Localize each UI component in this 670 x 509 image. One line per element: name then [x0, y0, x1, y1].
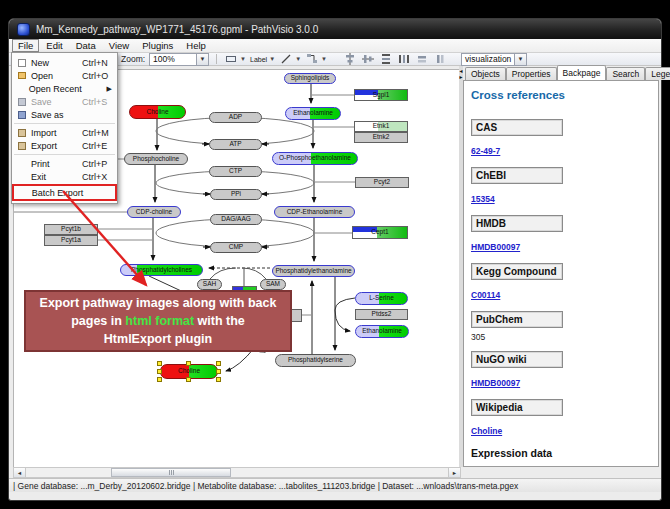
callout-highlight: html format — [125, 314, 194, 328]
file-menu-item-exit[interactable]: ExitCtrl+X — [12, 170, 117, 183]
pathvisio-window: Mm_Kennedy_pathway_WP1771_45176.gpml - P… — [8, 18, 662, 501]
chevron-down-icon[interactable]: ▼ — [514, 54, 526, 65]
canvas-horizontal-scrollbar[interactable]: ◄ ► — [13, 467, 461, 478]
node-atp[interactable]: ATP — [209, 139, 262, 150]
backpage-panel: Cross references CAS62-49-7ChEBI15354HMD… — [463, 80, 659, 467]
node-phosphatidylethanolamine[interactable]: Phosphatidylethanolamine — [272, 265, 355, 277]
menu-view[interactable]: View — [103, 39, 135, 52]
node-phosphatidylserine[interactable]: Phosphatidylserine — [275, 354, 356, 367]
chevron-down-icon[interactable]: ▼ — [321, 56, 327, 62]
file-menu-item-save[interactable]: SaveCtrl+S — [12, 95, 117, 108]
file-menu-item-import[interactable]: ImportCtrl+M — [12, 126, 117, 139]
menu-file[interactable]: File — [12, 39, 39, 52]
align-vertical-center-icon[interactable] — [343, 53, 357, 65]
crossref-link[interactable]: 62-49-7 — [471, 146, 500, 156]
connector-shape-tool[interactable] — [305, 53, 319, 65]
node-dag-aag[interactable]: DAG/AAG — [210, 214, 262, 225]
side-panel: ObjectsPropertiesBackpageSearchLegend Cr… — [463, 66, 659, 467]
menu-help[interactable]: Help — [180, 39, 212, 52]
menu-edit[interactable]: Edit — [40, 39, 68, 52]
file-menu-item-batch-export[interactable]: Batch Export — [14, 186, 115, 199]
crossref-link[interactable]: HMDB00097 — [471, 242, 520, 252]
file-menu-item-open-recent[interactable]: Open Recent▶ — [12, 82, 117, 95]
node-pcyt1b[interactable]: Pcyt1b — [44, 224, 98, 235]
node-cmp[interactable]: CMP — [210, 242, 262, 253]
stack-horizontal-icon[interactable] — [433, 53, 447, 65]
crossref-section-nugo-wiki: NuGO wikiHMDB00097 — [471, 351, 658, 390]
distribute-horizontal-icon[interactable] — [397, 53, 411, 65]
tab-backpage[interactable]: Backpage — [557, 65, 607, 80]
window-titlebar[interactable]: Mm_Kennedy_pathway_WP1771_45176.gpml - P… — [9, 19, 661, 39]
tab-properties[interactable]: Properties — [506, 67, 557, 80]
node-cdp-ethanolamine[interactable]: CDP-Ethanolamine — [274, 206, 355, 218]
node-etnk1[interactable]: Etnk1 — [354, 121, 408, 132]
splitter-collapse-icon[interactable]: ◄► — [458, 68, 464, 82]
selection-handle[interactable] — [186, 361, 191, 366]
tab-search[interactable]: Search — [606, 67, 645, 80]
file-menu-item-print[interactable]: PrintCtrl+P — [12, 157, 117, 170]
node-sgpl1[interactable]: Sgpl1 — [354, 89, 408, 101]
node-choline[interactable]: Choline — [129, 105, 186, 119]
node-etnk2[interactable]: Etnk2 — [354, 132, 408, 143]
selection-handle[interactable] — [216, 369, 221, 374]
node-cdp-choline[interactable]: CDP-choline — [127, 206, 181, 218]
crossref-link[interactable]: 15354 — [471, 194, 495, 204]
chevron-down-icon[interactable]: ▼ — [295, 56, 301, 62]
chevron-down-icon[interactable]: ▼ — [269, 56, 275, 62]
node-adp[interactable]: ADP — [209, 112, 262, 123]
chevron-down-icon[interactable]: ▼ — [196, 54, 208, 65]
stack-vertical-icon[interactable] — [415, 53, 429, 65]
file-menu-item-new[interactable]: NewCtrl+N — [12, 56, 117, 69]
menu-icon-blank — [17, 188, 29, 197]
node-phosphocholine[interactable]: Phosphocholine — [124, 153, 188, 165]
node-sam[interactable]: SAM — [260, 279, 286, 290]
node-cept1[interactable]: Cept1 — [352, 226, 408, 239]
selection-handle[interactable] — [186, 377, 191, 382]
distribute-vertical-icon[interactable] — [379, 53, 393, 65]
scroll-right-icon[interactable]: ► — [448, 468, 460, 477]
file-menu-item-export[interactable]: ExportCtrl+E — [12, 139, 117, 152]
align-horizontal-center-icon[interactable] — [361, 53, 375, 65]
node-pcyt1a[interactable]: Pcyt1a — [44, 235, 98, 246]
gene-datanode-tool[interactable] — [224, 53, 238, 65]
node-ctp[interactable]: CTP — [209, 166, 262, 177]
crossref-link[interactable]: Choline — [471, 426, 502, 436]
node-ppi[interactable]: PPi — [210, 189, 262, 200]
selection-handle[interactable] — [157, 377, 162, 382]
new-document-icon — [15, 58, 28, 67]
file-menu-item-open[interactable]: OpenCtrl+O — [12, 69, 117, 82]
node-ethanolamine[interactable]: Ethanolamine — [285, 107, 341, 120]
panel-splitter[interactable] — [459, 66, 463, 467]
open-folder-icon — [15, 71, 28, 80]
annotation-callout: Export pathway images along with back pa… — [24, 290, 292, 352]
line-tool[interactable] — [279, 53, 293, 65]
node-sah[interactable]: SAH — [197, 279, 222, 290]
selection-handle[interactable] — [216, 377, 221, 382]
selection-handle[interactable] — [157, 361, 162, 366]
scrollbar-track[interactable] — [26, 468, 448, 477]
node-ethanolamine[interactable]: Ethanolamine — [355, 325, 409, 338]
visualization-combobox[interactable]: visualization ▼ — [461, 53, 527, 66]
node-pcyt2[interactable]: Pcyt2 — [355, 177, 409, 188]
menu-plugins[interactable]: Plugins — [136, 39, 179, 52]
menu-icon-blank — [15, 159, 28, 168]
node-o-phosphoethanolamine[interactable]: O-Phosphoethanolamine — [272, 152, 358, 165]
crossref-link[interactable]: C00114 — [471, 290, 500, 300]
chevron-down-icon[interactable]: ▼ — [240, 56, 246, 62]
node-ptdss2[interactable]: Ptdss2 — [355, 309, 408, 320]
file-menu-item-save-as[interactable]: Save as — [12, 108, 117, 121]
selection-handle[interactable] — [157, 369, 162, 374]
node-sphingolipids[interactable]: Sphingolipids — [284, 73, 336, 84]
menu-data[interactable]: Data — [70, 39, 102, 52]
scroll-left-icon[interactable]: ◄ — [14, 468, 26, 477]
zoom-combobox[interactable]: 100% ▼ — [149, 53, 209, 66]
label-tool[interactable]: Label — [250, 56, 267, 63]
node-l-serine[interactable]: L-Serine — [355, 292, 408, 305]
tab-legend[interactable]: Legend — [645, 67, 670, 80]
tab-objects[interactable]: Objects — [465, 67, 506, 80]
selection-handle[interactable] — [216, 361, 221, 366]
crossref-link[interactable]: HMDB00097 — [471, 378, 520, 388]
scrollbar-thumb[interactable] — [111, 468, 231, 477]
node-phosphatidylcholines[interactable]: Phosphatidylcholines — [120, 264, 203, 276]
crossref-header: Kegg Compound — [471, 263, 563, 280]
